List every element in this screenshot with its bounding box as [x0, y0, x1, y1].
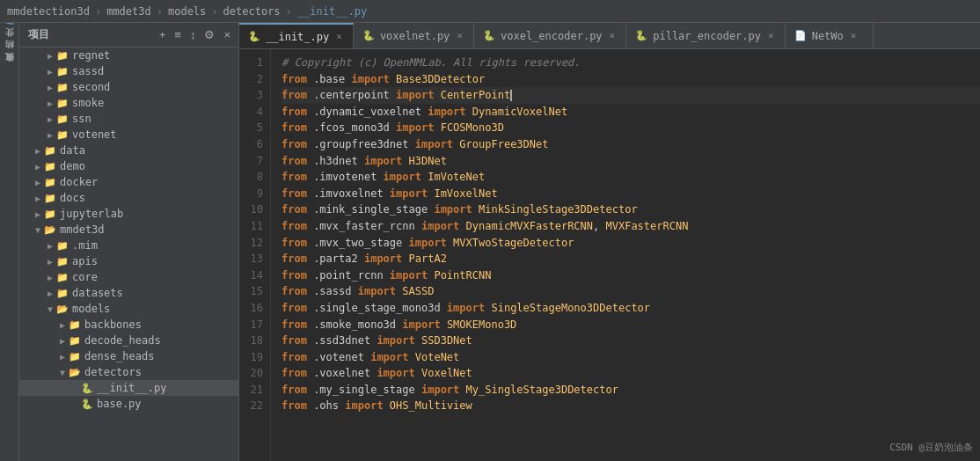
- arrow-icon: ▶: [44, 114, 56, 124]
- sidebar-add-btn[interactable]: +: [157, 27, 169, 42]
- folder-icon: 📁: [69, 335, 81, 347]
- sidebar-item-init-py[interactable]: 🐍 __init__.py: [19, 380, 238, 396]
- sidebar-item-data[interactable]: ▶ 📁 data: [19, 143, 238, 158]
- line-numbers: 1 2 3 4 5 6 7 8 9 10 11 12 13 14 15 16 1: [239, 49, 271, 461]
- tab-netwo[interactable]: 📄 NetWo ×: [786, 23, 874, 48]
- sidebar-item-backbones[interactable]: ▶ 📁 backbones: [19, 317, 238, 333]
- sidebar-title: 项目: [25, 27, 153, 42]
- tab-label: voxel_encoder.py: [501, 30, 603, 42]
- sidebar-toolbar: 项目 + ≡ ↕ ⚙ ×: [19, 23, 238, 48]
- tab-pillar-encoder-py[interactable]: 🐍 pillar_encoder.py ×: [626, 23, 785, 48]
- sidebar-item-ssn[interactable]: ▶ 📁 ssn: [19, 111, 238, 127]
- tree-label: detectors: [84, 366, 142, 378]
- sidebar-item-dense-heads[interactable]: ▶ 📁 dense_heads: [19, 348, 238, 364]
- breadcrumb-item-5: __init__.py: [297, 5, 367, 18]
- tab-label: __init_.py: [266, 31, 329, 43]
- folder-icon: 📁: [44, 177, 56, 188]
- sidebar-item-detectors[interactable]: ▼ 📂 detectors: [19, 364, 238, 380]
- tree-label: regnet: [72, 49, 110, 62]
- left-tab-structure[interactable]: 结构: [2, 51, 18, 62]
- tab-voxelnet-py[interactable]: 🐍 voxelnet.py ×: [354, 23, 474, 48]
- folder-icon: 📁: [56, 240, 69, 252]
- arrow-icon: ▶: [32, 146, 44, 156]
- tree-label: demo: [60, 160, 85, 172]
- sidebar-item-votenet[interactable]: ▶ 📁 votenet: [19, 127, 238, 143]
- folder-open-icon: 📂: [56, 304, 69, 315]
- sidebar-expand-btn[interactable]: ↕: [187, 27, 199, 42]
- breadcrumb-item-3[interactable]: models: [168, 5, 206, 18]
- arrow-icon: ▶: [44, 83, 56, 92]
- sidebar-item-smoke[interactable]: ▶ 📁 smoke: [19, 95, 238, 111]
- py-icon: 🐍: [362, 30, 375, 41]
- tree-label: jupyterlab: [60, 208, 123, 220]
- tab-close-btn[interactable]: ×: [849, 29, 859, 42]
- folder-open-icon: 📂: [44, 224, 56, 236]
- tab-close-btn[interactable]: ×: [608, 29, 618, 42]
- arrow-icon: ▶: [56, 336, 69, 346]
- tab-close-btn[interactable]: ×: [766, 29, 776, 42]
- sidebar-item-apis[interactable]: ▶ 📁 apis: [19, 253, 238, 269]
- left-tab-panel: 拉取请求 文件 结构 收藏夹: [0, 23, 19, 461]
- py-icon: 📄: [794, 30, 807, 41]
- code-line-18: from .ssd3dnet import SSD3DNet: [282, 333, 980, 349]
- sidebar-item-jupyterlab[interactable]: ▶ 📁 jupyterlab: [19, 206, 238, 222]
- tab-close-btn[interactable]: ×: [334, 30, 344, 43]
- sidebar-item-datasets[interactable]: ▶ 📁 datasets: [19, 285, 238, 301]
- tree-label: models: [72, 303, 110, 315]
- arrow-icon: ▶: [32, 209, 44, 219]
- tree-label: core: [72, 271, 98, 283]
- sidebar-item-models[interactable]: ▼ 📂 models: [19, 301, 238, 317]
- arrow-icon: ▶: [32, 178, 44, 187]
- sidebar-tree: ▶ 📁 regnet ▶ 📁 sassd ▶ 📁 second ▶ 📁 smok…: [19, 48, 238, 461]
- folder-open-icon: 📂: [69, 367, 81, 378]
- left-tab-files[interactable]: 文件: [2, 39, 18, 49]
- folder-icon: 📁: [44, 193, 56, 204]
- tab-label: NetWo: [812, 30, 844, 42]
- code-line-16: from .single_stage_mono3d import SingleS…: [282, 300, 980, 317]
- sidebar-item-decode-heads[interactable]: ▶ 📁 decode_heads: [19, 333, 238, 348]
- arrow-icon: ▶: [56, 352, 69, 362]
- arrow-icon: ▼: [32, 225, 44, 235]
- sidebar-item-regnet[interactable]: ▶ 📁 regnet: [19, 48, 238, 63]
- code-line-22: from .ohs import OHS_Multiview: [282, 398, 980, 414]
- sidebar-item-docs[interactable]: ▶ 📁 docs: [19, 190, 238, 206]
- tree-label: docs: [60, 192, 85, 204]
- arrow-icon: ▶: [44, 67, 56, 77]
- folder-icon: 📁: [56, 129, 69, 141]
- sidebar-item-demo[interactable]: ▶ 📁 demo: [19, 158, 238, 174]
- editor-tab-bar: 🐍 __init_.py × 🐍 voxelnet.py × 🐍 voxel_e…: [239, 23, 980, 49]
- tree-label: __init__.py: [97, 382, 166, 394]
- sidebar-item-mim[interactable]: ▶ 📁 .mim: [19, 238, 238, 253]
- left-tab-pullrequest[interactable]: 拉取请求: [2, 26, 18, 37]
- sidebar: 项目 + ≡ ↕ ⚙ × ▶ 📁 regnet ▶ 📁 sassd ▶ 📁 se…: [19, 23, 239, 461]
- py-icon: 🐍: [248, 31, 260, 42]
- breadcrumb-item-4[interactable]: detectors: [223, 5, 281, 18]
- sidebar-item-core[interactable]: ▶ 📁 core: [19, 269, 238, 285]
- sidebar-settings-btn[interactable]: ⚙: [201, 27, 217, 42]
- breadcrumb-item-2[interactable]: mmdet3d: [106, 5, 151, 18]
- breadcrumb-item-1[interactable]: mmdetection3d: [7, 5, 90, 18]
- tab-close-btn[interactable]: ×: [455, 29, 464, 42]
- code-line-10: from .mink_single_stage import MinkSingl…: [282, 201, 980, 218]
- sidebar-menu-btn[interactable]: ≡: [172, 27, 184, 42]
- sidebar-item-sassd[interactable]: ▶ 📁 sassd: [19, 63, 238, 79]
- folder-icon: 📁: [44, 209, 56, 220]
- folder-icon: 📁: [56, 66, 69, 77]
- arrow-icon: ▶: [44, 51, 56, 61]
- sidebar-item-docker[interactable]: ▶ 📁 docker: [19, 174, 238, 190]
- folder-icon: 📁: [69, 319, 81, 331]
- code-line-13: from .parta2 import PartA2: [282, 251, 980, 267]
- tab-voxel-encoder-py[interactable]: 🐍 voxel_encoder.py ×: [474, 23, 626, 48]
- code-line-20: from .voxelnet import VoxelNet: [282, 365, 980, 382]
- tab-label: pillar_encoder.py: [653, 30, 761, 42]
- tree-label: sassd: [72, 65, 104, 77]
- arrow-icon: ▼: [56, 368, 69, 377]
- sidebar-item-second[interactable]: ▶ 📁 second: [19, 79, 238, 95]
- tab-init-py[interactable]: 🐍 __init_.py ×: [239, 23, 354, 48]
- code-editor[interactable]: # Copyright (c) OpenMMLab. All rights re…: [271, 49, 980, 461]
- sidebar-item-base-py[interactable]: 🐍 base.py: [19, 396, 238, 412]
- sidebar-close-btn[interactable]: ×: [221, 27, 233, 42]
- sidebar-item-mmdet3d[interactable]: ▼ 📂 mmdet3d: [19, 222, 238, 238]
- left-tab-favorites[interactable]: 收藏夹: [2, 63, 18, 74]
- tree-label: data: [60, 144, 85, 157]
